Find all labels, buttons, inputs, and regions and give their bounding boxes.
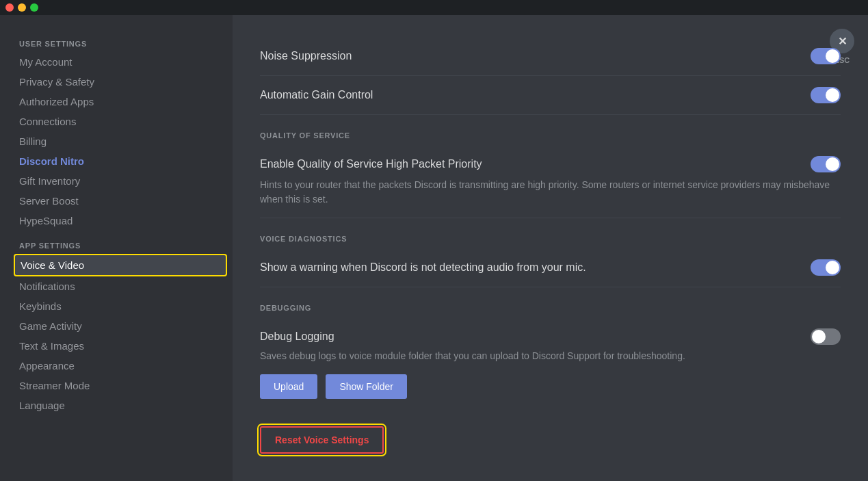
qos-block: Enable Quality of Service High Packet Pr… (260, 145, 841, 218)
sidebar-label-billing: Billing (19, 135, 47, 147)
show-folder-button[interactable]: Show Folder (326, 374, 407, 399)
sidebar-item-streamer-mode[interactable]: Streamer Mode (14, 376, 227, 395)
sidebar-label-privacy-safety: Privacy & Safety (19, 76, 94, 88)
automatic-gain-control-toggle[interactable] (811, 87, 841, 103)
sidebar-item-discord-nitro[interactable]: Discord Nitro (14, 151, 227, 171)
sidebar-item-text-images[interactable]: Text & Images (14, 336, 227, 356)
sidebar-label-notifications: Notifications (19, 281, 75, 292)
close-button[interactable] (5, 3, 14, 12)
debug-header-row: Debug Logging (260, 328, 841, 345)
sidebar-label-streamer-mode: Streamer Mode (19, 380, 90, 391)
qos-description: Hints to your router that the packets Di… (260, 178, 841, 207)
voice-diag-label: Show a warning when Discord is not detec… (260, 261, 586, 274)
sidebar-label-hypesquad: HypeSquad (19, 215, 73, 226)
qos-header-row: Enable Quality of Service High Packet Pr… (260, 156, 841, 172)
sidebar-item-keybinds[interactable]: Keybinds (14, 296, 227, 316)
voice-diagnostics-header: Voice Diagnostics (260, 235, 841, 243)
qos-thumb (826, 157, 839, 171)
sidebar-item-authorized-apps[interactable]: Authorized Apps (14, 92, 227, 112)
minimize-button[interactable] (18, 3, 26, 12)
debug-logging-thumb (812, 330, 826, 343)
sidebar-item-billing[interactable]: Billing (14, 131, 227, 151)
noise-suppression-thumb (826, 49, 839, 63)
sidebar-label-server-boost: Server Boost (19, 195, 79, 207)
reset-section: Reset Voice Settings (260, 426, 841, 454)
sidebar-item-hypesquad[interactable]: HypeSquad (14, 211, 227, 231)
sidebar-label-discord-nitro: Discord Nitro (19, 155, 84, 167)
sidebar-item-gift-inventory[interactable]: Gift Inventory (14, 171, 227, 191)
sidebar-item-connections[interactable]: Connections (14, 112, 227, 131)
sidebar-item-my-account[interactable]: My Account (14, 52, 227, 72)
voice-diag-toggle[interactable] (811, 259, 841, 276)
sidebar-label-authorized-apps: Authorized Apps (19, 96, 94, 107)
sidebar-item-appearance[interactable]: Appearance (14, 356, 227, 376)
qos-label: Enable Quality of Service High Packet Pr… (260, 158, 482, 170)
app-settings-label: App Settings (19, 242, 227, 250)
maximize-button[interactable] (30, 3, 38, 12)
noise-suppression-row: Noise Suppression (260, 37, 841, 76)
sidebar-label-game-activity: Game Activity (19, 320, 82, 332)
sidebar-label-text-images: Text & Images (19, 340, 84, 352)
automatic-gain-control-thumb (826, 88, 839, 102)
qos-toggle[interactable] (811, 156, 841, 172)
sidebar-label-gift-inventory: Gift Inventory (19, 175, 80, 187)
debug-logging-label: Debug Logging (260, 330, 334, 343)
sidebar-label-appearance: Appearance (19, 360, 75, 372)
automatic-gain-control-label: Automatic Gain Control (260, 89, 373, 101)
automatic-gain-control-row: Automatic Gain Control (260, 76, 841, 115)
sidebar-item-privacy-safety[interactable]: Privacy & Safety (14, 72, 227, 92)
sidebar-label-voice-video: Voice & Video (21, 259, 84, 271)
noise-suppression-toggle[interactable] (811, 48, 841, 64)
upload-button[interactable]: Upload (260, 374, 317, 399)
sidebar-item-voice-video[interactable]: Voice & Video (14, 254, 227, 276)
sidebar: User Settings My Account Privacy & Safet… (0, 15, 233, 481)
sidebar-label-language: Language (19, 400, 65, 411)
titlebar (0, 0, 868, 15)
sidebar-item-language[interactable]: Language (14, 395, 227, 415)
debug-logging-toggle[interactable] (811, 328, 841, 345)
quality-of-service-header: Quality of Service (260, 131, 841, 140)
debugging-header: Debugging (260, 304, 841, 312)
sidebar-item-server-boost[interactable]: Server Boost (14, 191, 227, 211)
debug-block: Debug Logging Saves debug logs to voice … (260, 317, 841, 410)
sidebar-label-connections: Connections (19, 116, 76, 127)
user-settings-label: User Settings (19, 40, 227, 48)
content-area: ✕ ESC Noise Suppression Automatic Gain C… (233, 15, 868, 481)
debug-logging-description: Saves debug logs to voice module folder … (260, 349, 841, 363)
sidebar-item-game-activity[interactable]: Game Activity (14, 316, 227, 336)
noise-suppression-label: Noise Suppression (260, 50, 352, 62)
sidebar-item-notifications[interactable]: Notifications (14, 276, 227, 296)
debug-buttons-row: Upload Show Folder (260, 374, 841, 399)
voice-diag-row: Show a warning when Discord is not detec… (260, 248, 841, 287)
sidebar-label-my-account: My Account (19, 56, 73, 68)
main-layout: User Settings My Account Privacy & Safet… (0, 15, 868, 481)
sidebar-label-keybinds: Keybinds (19, 300, 62, 312)
reset-voice-settings-button[interactable]: Reset Voice Settings (260, 426, 384, 454)
voice-diag-thumb (826, 261, 839, 274)
